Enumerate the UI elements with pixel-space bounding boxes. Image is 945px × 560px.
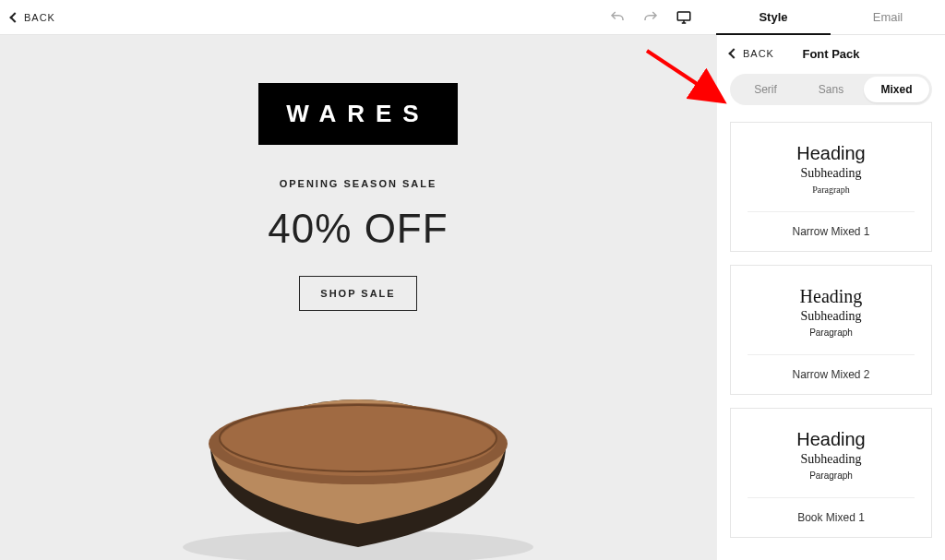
redo-icon <box>642 9 659 26</box>
undo-icon <box>609 9 626 26</box>
sidebar-back-button[interactable]: BACK <box>730 48 774 59</box>
font-category-segmented: Serif Sans Mixed <box>730 74 932 105</box>
tab-style[interactable]: Style <box>716 0 831 35</box>
preview-paragraph: Paragraph <box>740 328 922 338</box>
preview-heading: Heading <box>740 143 922 164</box>
preview-canvas: WARES OPENING SEASON SALE 40% OFF SHOP S… <box>0 35 716 560</box>
font-pack-card[interactable]: Heading Subheading Paragraph Narrow Mixe… <box>730 122 932 252</box>
tab-email[interactable]: Email <box>831 0 945 35</box>
style-sidebar: BACK Font Pack Serif Sans Mixed Heading … <box>716 35 945 560</box>
sidebar-header: BACK Font Pack <box>730 48 932 59</box>
discount-text: 40% OFF <box>0 206 716 252</box>
segment-sans[interactable]: Sans <box>798 77 864 102</box>
font-pack-card[interactable]: Heading Subheading Paragraph Narrow Mixe… <box>730 265 932 395</box>
top-tabs: Style Email <box>716 0 945 35</box>
card-name: Narrow Mixed 1 <box>748 211 915 251</box>
canvas-content: WARES OPENING SEASON SALE 40% OFF SHOP S… <box>0 35 716 311</box>
topbar: BACK Style Email <box>0 0 945 35</box>
chevron-left-icon <box>728 48 738 58</box>
desktop-icon <box>676 9 692 26</box>
preview-heading: Heading <box>740 286 922 307</box>
font-pack-card[interactable]: Heading Subheading Paragraph Book Mixed … <box>730 408 932 538</box>
product-image <box>155 363 561 560</box>
card-name: Book Mixed 1 <box>748 497 915 537</box>
preview-subheading: Subheading <box>740 166 922 181</box>
shop-sale-button[interactable]: SHOP SALE <box>299 276 416 311</box>
preview-subheading: Subheading <box>740 452 922 467</box>
back-label: BACK <box>24 12 55 23</box>
logo: WARES <box>258 83 457 145</box>
bowl-icon <box>155 363 561 560</box>
card-preview: Heading Subheading Paragraph <box>731 409 931 497</box>
card-name: Narrow Mixed 2 <box>748 354 915 394</box>
preview-heading: Heading <box>740 429 922 450</box>
card-preview: Heading Subheading Paragraph <box>731 266 931 354</box>
preview-paragraph: Paragraph <box>740 471 922 481</box>
chevron-left-icon <box>9 12 19 22</box>
svg-rect-0 <box>677 12 690 20</box>
svg-point-3 <box>220 406 496 476</box>
undo-button[interactable] <box>609 9 626 26</box>
preview-paragraph: Paragraph <box>740 185 922 195</box>
tagline: OPENING SEASON SALE <box>0 178 716 189</box>
redo-button[interactable] <box>642 9 659 26</box>
sidebar-back-label: BACK <box>743 48 774 59</box>
card-preview: Heading Subheading Paragraph <box>731 123 931 211</box>
toolbar-icons <box>609 0 692 35</box>
segment-mixed[interactable]: Mixed <box>864 77 929 102</box>
main: WARES OPENING SEASON SALE 40% OFF SHOP S… <box>0 35 945 560</box>
segment-serif[interactable]: Serif <box>733 77 798 102</box>
desktop-preview-button[interactable] <box>676 9 692 26</box>
top-back-button[interactable]: BACK <box>0 12 55 23</box>
preview-subheading: Subheading <box>740 309 922 324</box>
